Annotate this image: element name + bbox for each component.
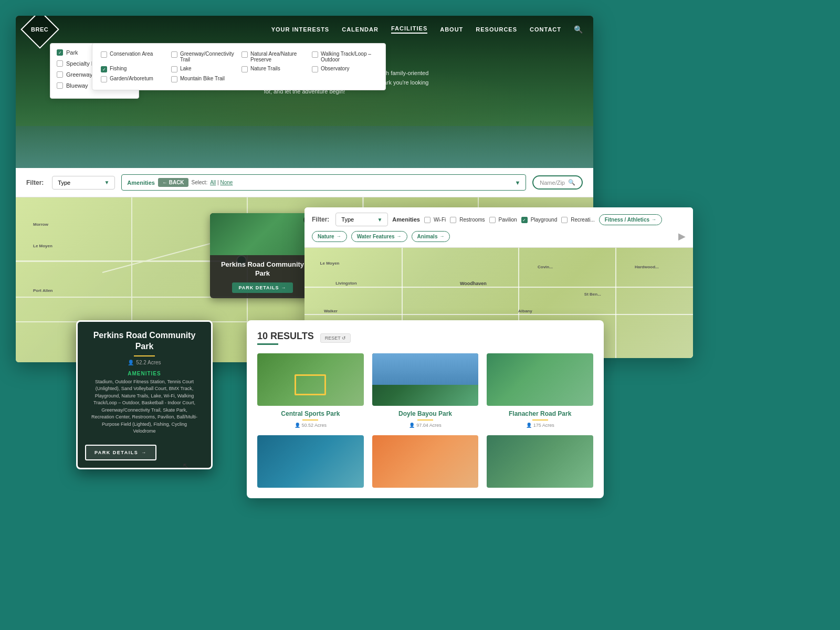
amen-nature-trails[interactable]: Nature Trails [242,66,307,72]
water-features-tag[interactable]: Water Features → [351,231,407,242]
nature-arrow-icon: → [337,234,341,239]
amenities-section-label: AMENITIES [85,371,204,376]
lake-label: Lake [180,66,192,71]
pavilion-checkbox[interactable] [489,217,496,223]
map-popup-body: Perkins Road Community Park PARK DETAILS… [210,255,315,298]
type-greenway-label: Greenway [66,71,92,78]
nature-trails-checkbox[interactable] [242,66,248,72]
park-item-6[interactable] [487,435,593,488]
park-item-doyle-bayou[interactable]: Doyle Bayou Park 👤 97.04 Acres [372,353,479,428]
type-dropdown-label: Type [58,180,70,186]
park-card-details-button[interactable]: PARK DETAILS → [85,445,156,460]
observatory-checkbox[interactable] [312,66,318,72]
wifi-checkbox-group: Wi-Fi [424,216,446,223]
second-map-label-right: Hardwood... [635,265,659,269]
second-map-label-albany: Albany [518,309,532,313]
nature-tag-label: Nature [318,234,334,239]
natural-area-checkbox[interactable] [242,51,248,58]
amen-conservation[interactable]: Conservation Area [101,51,166,62]
restrooms-checkbox-group: Restrooms [450,216,485,223]
amen-walking-track[interactable]: Walking Track/Loop – Outdoor [312,51,377,62]
amen-natural-area[interactable]: Natural Area/Nature Preserve [242,51,307,62]
results-count: 10 RESULTS [257,331,314,342]
fishing-checkbox[interactable] [101,66,107,72]
greenway-checkbox[interactable] [57,71,63,78]
select-none-link[interactable]: None [220,180,233,185]
park-item-central-sports[interactable]: Central Sports Park 👤 50.52 Acres [257,353,364,428]
nav-facilities[interactable]: FACILITIES [391,25,427,34]
nav-calendar[interactable]: CALENDAR [342,26,379,33]
specialty-checkbox[interactable] [57,60,63,67]
amen-greenway-trail[interactable]: Greenway/Connectivity Trail [171,51,236,62]
amen-garden[interactable]: Garden/Arboretum [101,76,166,82]
recreation-checkbox[interactable] [561,217,568,223]
amen-mountain-bike[interactable]: Mountain Bike Trail [171,76,236,82]
wifi-checkbox[interactable] [424,217,430,223]
observatory-label: Observatory [321,66,349,71]
map-label-le-moyen: Le Moyen [33,244,52,248]
nav-resources[interactable]: RESOURCES [476,26,517,33]
lake-checkbox[interactable] [171,66,177,72]
person-icon-2: 👤 [409,423,415,428]
doyle-bayou-name: Doyle Bayou Park [372,410,479,417]
name-zip-label: Name/Zip [540,180,565,186]
park-checkbox[interactable] [57,49,63,56]
arrow-right-icon: → [281,285,287,290]
map-label-morrow: Morrow [33,222,48,227]
map-popup-image: × [210,213,315,255]
blueway-checkbox[interactable] [57,82,63,89]
garden-label: Garden/Arboretum [110,76,153,81]
walking-track-checkbox[interactable] [312,51,318,58]
conservation-label: Conservation Area [110,51,153,57]
nav-your-interests[interactable]: YOUR INTERESTS [271,26,330,33]
nav-contact[interactable]: CONTACT [530,26,561,33]
mountain-bike-checkbox[interactable] [171,76,177,82]
fitness-tag[interactable]: Fitness / Athletics → [599,214,662,225]
name-zip-filter[interactable]: Name/Zip 🔍 [532,175,583,190]
nav-about[interactable]: ABOUT [440,26,463,33]
garden-checkbox[interactable] [101,76,107,82]
second-road-h2 [304,314,693,315]
second-road-v3 [615,248,616,358]
fitness-arrow-icon: → [652,217,656,222]
playground-checkbox-group: Playground [521,216,558,223]
amenities-filter[interactable]: Amenities ← BACK Select: All | None ▼ [121,174,526,191]
park-card-arrow-icon: → [141,450,147,455]
park-item-5[interactable] [372,435,479,488]
type-dropdown[interactable]: Type ▼ [52,176,115,190]
park-card-header: Perkins Road Community Park 👤 52.2 Acres [78,322,211,371]
doyle-bayou-image [372,353,479,406]
water-features-arrow-icon: → [397,234,402,239]
park-item-flanacher-road[interactable]: Flanacher Road Park 👤 175 Acres [487,353,593,428]
greenway-trail-label: Greenway/Connectivity Trail [180,51,236,62]
logo-text: BREC [31,26,48,33]
hero-water-effect [16,126,593,168]
mountain-bike-label: Mountain Bike Trail [180,76,225,81]
back-button[interactable]: ← BACK [158,178,188,187]
pavilion-label: Pavilion [499,217,517,223]
nature-tag[interactable]: Nature → [312,231,347,242]
amen-lake[interactable]: Lake [171,66,236,72]
greenway-trail-checkbox[interactable] [171,51,177,58]
second-type-dropdown[interactable]: Type ▼ [335,213,388,226]
select-all-link[interactable]: All [210,180,216,185]
restrooms-checkbox[interactable] [450,217,456,223]
conservation-checkbox[interactable] [101,51,107,58]
results-panel: 10 RESULTS RESET ↺ Central Sports Park 👤… [247,320,604,498]
central-sports-acres: 👤 50.52 Acres [257,423,364,428]
type-blueway-label: Blueway [66,82,88,89]
map-popup-title: Perkins Road Community Park [215,260,310,278]
park-item-4[interactable] [257,435,364,488]
second-type-chevron-down-icon: ▼ [377,217,382,223]
second-map-label-3: Walker [324,309,338,313]
reset-button[interactable]: RESET ↺ [320,333,351,343]
amen-observatory[interactable]: Observatory [312,66,377,72]
second-filter-bar: Filter: Type ▼ Amenities Wi-Fi Restrooms… [304,207,693,248]
amen-fishing[interactable]: Fishing [101,66,166,72]
map-popup-details-button[interactable]: PARK DETAILS → [232,282,292,293]
park-detail-card: Perkins Road Community Park 👤 52.2 Acres… [76,320,213,469]
playground-checkbox[interactable] [521,217,528,223]
animals-tag[interactable]: Animals → [412,231,450,242]
filter-label: Filter: [26,179,44,186]
search-icon[interactable]: 🔍 [574,25,583,34]
